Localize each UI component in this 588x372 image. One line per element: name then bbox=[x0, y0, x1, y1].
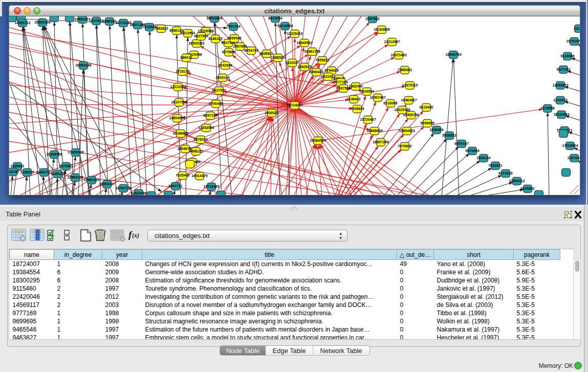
svg-text:1588520: 1588520 bbox=[271, 56, 285, 59]
svg-text:7955812: 7955812 bbox=[315, 58, 329, 62]
svg-text:19218506: 19218506 bbox=[277, 24, 293, 28]
svg-text:18640910: 18640910 bbox=[296, 41, 312, 45]
svg-text:8878334: 8878334 bbox=[193, 138, 207, 141]
svg-text:19384554: 19384554 bbox=[310, 139, 325, 142]
svg-text:9115460: 9115460 bbox=[420, 105, 433, 109]
svg-text:15751074: 15751074 bbox=[566, 39, 580, 43]
svg-text:11353594: 11353594 bbox=[199, 126, 214, 129]
svg-text:19463627: 19463627 bbox=[401, 98, 417, 102]
svg-text:2718176: 2718176 bbox=[176, 70, 189, 73]
svg-text:8427552: 8427552 bbox=[212, 89, 226, 92]
svg-text:17016504: 17016504 bbox=[562, 144, 578, 147]
svg-text:16648784: 16648784 bbox=[445, 53, 461, 56]
svg-text:10025438: 10025438 bbox=[394, 108, 410, 112]
svg-text:9646821: 9646821 bbox=[259, 52, 273, 55]
svg-text:933154: 933154 bbox=[9, 170, 19, 173]
svg-text:9699695: 9699695 bbox=[420, 121, 434, 125]
svg-text:19166825: 19166825 bbox=[172, 132, 188, 135]
svg-text:14055712: 14055712 bbox=[14, 21, 30, 25]
svg-text:9474444: 9474444 bbox=[465, 149, 479, 152]
svg-text:12942737: 12942737 bbox=[36, 170, 52, 174]
svg-text:16107552: 16107552 bbox=[171, 100, 187, 104]
svg-text:7663822: 7663822 bbox=[154, 27, 168, 30]
svg-text:1640954: 1640954 bbox=[429, 128, 443, 132]
svg-text:7462000: 7462000 bbox=[349, 84, 362, 88]
svg-text:20206556: 20206556 bbox=[46, 152, 62, 156]
svg-text:9129966: 9129966 bbox=[560, 54, 574, 58]
svg-text:2136442: 2136442 bbox=[346, 97, 360, 101]
svg-text:1624554: 1624554 bbox=[360, 90, 374, 93]
svg-text:10688609: 10688609 bbox=[366, 129, 382, 133]
svg-text:16033809: 16033809 bbox=[206, 16, 222, 20]
svg-text:6966160: 6966160 bbox=[102, 19, 116, 23]
svg-text:20691406: 20691406 bbox=[34, 20, 50, 24]
svg-text:9975867: 9975867 bbox=[59, 164, 73, 168]
svg-text:9498222: 9498222 bbox=[189, 149, 203, 153]
svg-text:9227342: 9227342 bbox=[556, 68, 570, 71]
svg-text:8813054: 8813054 bbox=[268, 16, 282, 20]
svg-text:1527602: 1527602 bbox=[89, 19, 103, 23]
svg-text:3215958: 3215958 bbox=[540, 106, 554, 110]
svg-text:1185081: 1185081 bbox=[11, 164, 25, 168]
svg-text:12093873: 12093873 bbox=[552, 83, 568, 87]
svg-text:15495758: 15495758 bbox=[403, 113, 419, 117]
svg-text:20053346: 20053346 bbox=[75, 63, 91, 67]
svg-text:10653267: 10653267 bbox=[74, 17, 90, 21]
svg-text:12975115: 12975115 bbox=[402, 83, 418, 87]
svg-text:7975692: 7975692 bbox=[398, 144, 411, 148]
svg-text:1362615: 1362615 bbox=[297, 65, 311, 69]
svg-text:8186323: 8186323 bbox=[208, 37, 222, 40]
svg-text:2603144: 2603144 bbox=[215, 76, 229, 79]
svg-text:16154808: 16154808 bbox=[374, 28, 389, 31]
svg-text:8912954: 8912954 bbox=[181, 31, 194, 35]
svg-text:9777169: 9777169 bbox=[334, 80, 347, 84]
svg-text:18724007: 18724007 bbox=[287, 103, 302, 107]
svg-text:2867608: 2867608 bbox=[233, 45, 247, 48]
svg-text:8454749: 8454749 bbox=[244, 49, 258, 52]
svg-text:18807249: 18807249 bbox=[373, 140, 388, 144]
svg-text:12213369: 12213369 bbox=[170, 85, 186, 89]
svg-text:16782759: 16782759 bbox=[115, 186, 131, 190]
svg-text:1700495: 1700495 bbox=[209, 102, 223, 105]
svg-text:1156829: 1156829 bbox=[20, 170, 34, 174]
svg-text:989012: 989012 bbox=[180, 56, 192, 59]
svg-text:10719155: 10719155 bbox=[115, 21, 131, 25]
svg-text:1244419: 1244419 bbox=[553, 98, 567, 102]
svg-text:16961758: 16961758 bbox=[304, 50, 320, 53]
svg-text:(x): (x) bbox=[132, 232, 139, 239]
svg-text:7005834: 7005834 bbox=[350, 107, 364, 111]
svg-text:16914479: 16914479 bbox=[191, 174, 207, 178]
svg-text:3675685: 3675685 bbox=[222, 50, 235, 54]
svg-text:9099546: 9099546 bbox=[227, 36, 241, 40]
svg-text:7957224: 7957224 bbox=[226, 25, 240, 28]
svg-text:9457771: 9457771 bbox=[168, 184, 182, 188]
svg-text:9827500: 9827500 bbox=[194, 34, 208, 38]
svg-text:10507487: 10507487 bbox=[369, 96, 385, 99]
svg-text:7625402: 7625402 bbox=[176, 173, 189, 177]
svg-text:9242848: 9242848 bbox=[218, 63, 232, 67]
svg-text:2935114: 2935114 bbox=[477, 156, 491, 160]
svg-text:16210643: 16210643 bbox=[553, 113, 569, 116]
svg-text:1167534: 1167534 bbox=[568, 156, 580, 160]
svg-text:7485063: 7485063 bbox=[398, 68, 411, 72]
svg-text:6794028: 6794028 bbox=[324, 69, 338, 72]
svg-text:11923446: 11923446 bbox=[131, 191, 147, 195]
svg-text:17359928: 17359928 bbox=[68, 150, 83, 154]
svg-text:10654112: 10654112 bbox=[509, 179, 525, 183]
svg-text:8471676: 8471676 bbox=[498, 171, 512, 175]
svg-text:1822037: 1822037 bbox=[285, 61, 299, 64]
svg-text:12505135: 12505135 bbox=[67, 176, 83, 179]
svg-text:7632621: 7632621 bbox=[488, 164, 502, 167]
svg-text:2530021: 2530021 bbox=[265, 111, 278, 115]
svg-text:9245652: 9245652 bbox=[520, 187, 534, 190]
svg-text:8267150: 8267150 bbox=[203, 114, 217, 117]
svg-text:17957225: 17957225 bbox=[83, 178, 99, 182]
svg-text:19654985: 19654985 bbox=[169, 116, 185, 120]
svg-text:6216006: 6216006 bbox=[383, 101, 397, 105]
svg-text:2087682: 2087682 bbox=[365, 17, 379, 20]
svg-text:11170: 11170 bbox=[574, 27, 580, 30]
svg-text:8990448: 8990448 bbox=[309, 70, 323, 74]
svg-text:12213967: 12213967 bbox=[384, 40, 400, 43]
svg-text:5938923: 5938923 bbox=[442, 134, 456, 137]
svg-text:15716485: 15716485 bbox=[203, 185, 219, 188]
